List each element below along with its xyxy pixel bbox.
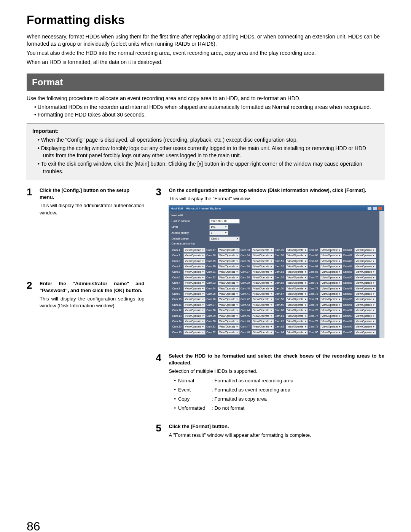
ss-cam-select[interactable]: View/Operate▼ [252,308,274,313]
ss-cam-select[interactable]: View/Operate▼ [252,248,274,252]
ss-cam-select[interactable]: View/Operate▼ [320,330,342,335]
ss-cam-select[interactable]: View/Operate▼ [286,281,308,285]
scrollbar[interactable] [379,211,384,338]
ss-cam-select[interactable]: View/Operate▼ [218,330,240,335]
ss-cam-select[interactable]: View/Operate▼ [286,264,308,269]
ss-cam-select[interactable]: View/Operate▼ [354,303,376,307]
ss-cam-select[interactable]: View/Operate▼ [354,264,376,269]
ss-cam-select[interactable]: View/Operate▼ [320,324,342,329]
ss-cam-select[interactable]: View/Operate▼ [320,303,342,307]
ss-cam-select[interactable]: View/Operate▼ [252,270,274,274]
ss-cam-select[interactable]: View/Operate▼ [183,270,206,274]
ss-cam-select[interactable]: View/Operate▼ [320,248,342,252]
ss-cam-select[interactable]: View/Operate▼ [354,308,376,313]
ss-cam-select[interactable]: View/Operate▼ [183,275,206,280]
ss-cam-select[interactable]: View/Operate▼ [183,297,206,302]
ss-cam-select[interactable]: View/Operate▼ [252,253,274,258]
ss-cam-select[interactable]: View/Operate▼ [218,281,240,285]
ss-cam-select[interactable]: View/Operate▼ [286,297,308,302]
ss-cam-select[interactable]: View/Operate▼ [320,253,342,258]
ss-cam-select[interactable]: View/Operate▼ [218,297,240,302]
ss-cam-select[interactable]: View/Operate▼ [252,319,274,324]
ss-cam-select[interactable]: View/Operate▼ [354,286,376,291]
ss-cam-select[interactable]: View/Operate▼ [183,286,206,291]
ss-cam-select[interactable]: View/Operate▼ [252,330,274,335]
ss-cam-select[interactable]: View/Operate▼ [218,303,240,307]
ss-cam-select[interactable]: View/Operate▼ [183,324,206,329]
ss-cam-select[interactable]: View/Operate▼ [252,264,274,269]
ss-cam-select[interactable]: View/Operate▼ [286,248,308,252]
ss-cam-select[interactable]: View/Operate▼ [183,259,206,264]
ss-cam-select[interactable]: View/Operate▼ [286,308,308,313]
ss-priority-select[interactable]: 1▼ [209,231,228,235]
ss-cam-select[interactable]: View/Operate▼ [218,286,240,291]
ss-cam-select[interactable]: View/Operate▼ [252,303,274,307]
minimize-icon[interactable] [367,206,372,210]
ss-cam-select[interactable]: View/Operate▼ [320,270,342,274]
ss-cam-select[interactable]: View/Operate▼ [320,308,342,313]
ss-cam-select[interactable]: View/Operate▼ [183,264,206,269]
ss-cam-select[interactable]: View/Operate▼ [218,319,240,324]
ss-screen-select[interactable]: Cam.1▼ [209,236,240,241]
ss-cam-select[interactable]: View/Operate▼ [218,324,240,329]
ss-cam-select[interactable]: View/Operate▼ [354,248,376,252]
ss-cam-select[interactable]: View/Operate▼ [252,281,274,285]
ss-cam-select[interactable]: View/Operate▼ [354,330,376,335]
ss-cam-select[interactable]: View/Operate▼ [354,292,376,296]
ss-cam-select[interactable]: View/Operate▼ [183,248,206,252]
ss-ip-input[interactable]: 192.168.1.10 [209,219,240,224]
ss-cam-select[interactable]: View/Operate▼ [252,286,274,291]
ss-cam-select[interactable]: View/Operate▼ [320,297,342,302]
ss-cam-select[interactable]: View/Operate▼ [183,314,206,318]
ss-cam-select[interactable]: View/Operate▼ [354,270,376,274]
ss-cam-select[interactable]: View/Operate▼ [286,275,308,280]
ss-cam-select[interactable]: View/Operate▼ [183,281,206,285]
ss-cam-select[interactable]: View/Operate▼ [286,324,308,329]
ss-cam-select[interactable]: View/Operate▼ [183,319,206,324]
ss-cam-select[interactable]: View/Operate▼ [354,324,376,329]
ss-cam-select[interactable]: View/Operate▼ [252,297,274,302]
ss-cam-select[interactable]: View/Operate▼ [354,281,376,285]
ss-cam-select[interactable]: View/Operate▼ [218,314,240,318]
ss-cam-select[interactable]: View/Operate▼ [286,286,308,291]
ss-cam-select[interactable]: View/Operate▼ [320,319,342,324]
ss-cam-select[interactable]: View/Operate▼ [252,292,274,296]
ss-cam-select[interactable]: View/Operate▼ [252,275,274,280]
ss-cam-select[interactable]: View/Operate▼ [286,319,308,324]
ss-cam-select[interactable]: View/Operate▼ [286,253,308,258]
ss-cam-select[interactable]: View/Operate▼ [183,292,206,296]
close-icon[interactable] [378,206,382,210]
ss-cam-select[interactable]: View/Operate▼ [252,314,274,318]
ss-cam-select[interactable]: View/Operate▼ [320,259,342,264]
ss-cam-select[interactable]: View/Operate▼ [320,275,342,280]
ss-cam-select[interactable]: View/Operate▼ [354,259,376,264]
ss-cam-select[interactable]: View/Operate▼ [252,259,274,264]
ss-cam-select[interactable]: View/Operate▼ [286,330,308,335]
ss-cam-select[interactable]: View/Operate▼ [354,319,376,324]
ss-cam-select[interactable]: View/Operate▼ [320,292,342,296]
ss-cam-select[interactable]: View/Operate▼ [354,275,376,280]
ss-cam-select[interactable]: View/Operate▼ [218,259,240,264]
ss-cam-select[interactable]: View/Operate▼ [320,264,342,269]
ss-cam-select[interactable]: View/Operate▼ [218,253,240,258]
maximize-icon[interactable] [373,206,377,210]
ss-cam-select[interactable]: View/Operate▼ [183,330,206,335]
ss-cam-select[interactable]: View/Operate▼ [252,324,274,329]
ss-cam-select[interactable]: View/Operate▼ [354,297,376,302]
ss-cam-select[interactable]: View/Operate▼ [286,270,308,274]
ss-cam-select[interactable]: View/Operate▼ [218,264,240,269]
ss-cam-select[interactable]: View/Operate▼ [218,308,240,313]
ss-level-select[interactable]: LV1▼ [209,225,228,229]
ss-cam-select[interactable]: View/Operate▼ [320,286,342,291]
ss-cam-select[interactable]: View/Operate▼ [218,275,240,280]
ss-cam-select[interactable]: View/Operate▼ [183,303,206,307]
ss-cam-select[interactable]: View/Operate▼ [218,248,240,252]
ss-cam-select[interactable]: View/Operate▼ [183,253,206,258]
ss-cam-select[interactable]: View/Operate▼ [183,308,206,313]
ss-cam-select[interactable]: View/Operate▼ [354,314,376,318]
ss-cam-select[interactable]: View/Operate▼ [218,270,240,274]
ss-cam-select[interactable]: View/Operate▼ [320,314,342,318]
ss-cam-select[interactable]: View/Operate▼ [218,292,240,296]
ss-cam-select[interactable]: View/Operate▼ [320,281,342,285]
ss-cam-select[interactable]: View/Operate▼ [286,303,308,307]
